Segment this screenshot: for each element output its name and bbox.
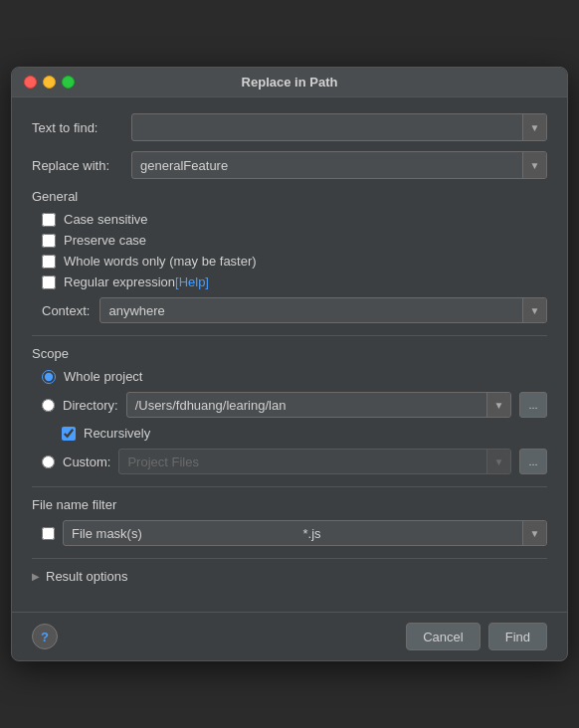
whole-project-label: Whole project [64, 369, 142, 384]
file-mask-dropdown-arrow[interactable]: ▼ [522, 520, 546, 546]
title-bar: Replace in Path [12, 68, 567, 97]
preserve-case-checkbox[interactable] [42, 234, 56, 248]
help-button[interactable]: ? [32, 624, 58, 649]
maximize-button[interactable] [62, 76, 75, 89]
directory-row: Directory: /Users/fdhuang/learing/lan ▼ … [32, 392, 547, 418]
divider-2 [32, 486, 547, 487]
directory-label: Directory: [63, 398, 118, 413]
find-button[interactable]: Find [488, 623, 547, 650]
replace-with-input-container: ▼ [131, 151, 547, 179]
regex-row: Regular expression[Help] [42, 274, 547, 289]
cancel-button[interactable]: Cancel [406, 623, 480, 650]
minimize-button[interactable] [43, 76, 56, 89]
file-mask-value: *.js [295, 522, 523, 545]
replace-with-input[interactable] [132, 152, 522, 178]
whole-project-radio[interactable] [42, 370, 56, 384]
preserve-case-row: Preserve case [42, 233, 547, 248]
file-mask-checkbox[interactable] [42, 527, 55, 540]
file-mask-row: File mask(s) *.js ▼ [32, 520, 547, 546]
whole-project-row: Whole project [32, 369, 547, 384]
directory-dropdown-arrow[interactable]: ▼ [486, 392, 510, 418]
directory-value: /Users/fdhuang/learing/lan [127, 394, 486, 417]
divider-1 [32, 335, 547, 336]
regex-help-link[interactable]: [Help] [175, 274, 209, 289]
directory-browse-button[interactable]: ... [519, 392, 547, 418]
result-options-arrow: ▶ [32, 571, 40, 582]
context-value: anywhere [100, 299, 522, 322]
regex-checkbox[interactable] [42, 275, 56, 289]
replace-with-dropdown-arrow[interactable]: ▼ [522, 152, 546, 178]
replace-with-label: Replace with: [32, 158, 131, 173]
replace-with-row: Replace with: ▼ [32, 151, 547, 179]
general-section-label: General [32, 189, 547, 204]
text-to-find-input-container: ▼ [131, 113, 547, 141]
context-dropdown-arrow[interactable]: ▼ [522, 297, 546, 323]
recursively-label: Recursively [84, 426, 150, 441]
recursively-checkbox[interactable] [62, 427, 76, 441]
scope-section: Scope Whole project Directory: /Users/fd… [32, 346, 547, 474]
divider-3 [32, 558, 547, 559]
recursively-row: Recursively [32, 426, 547, 441]
case-sensitive-checkbox[interactable] [42, 213, 56, 227]
directory-input-container: /Users/fdhuang/learing/lan ▼ [126, 392, 511, 418]
context-label: Context: [42, 303, 90, 318]
regex-label: Regular expression[Help] [64, 274, 209, 289]
text-to-find-row: Text to find: ▼ [32, 113, 547, 141]
bottom-bar: ? Cancel Find [12, 612, 567, 660]
custom-value: Project Files [119, 451, 486, 473]
case-sensitive-row: Case sensitive [42, 212, 547, 227]
dialog-title: Replace in Path [242, 75, 338, 90]
directory-radio[interactable] [42, 399, 55, 412]
custom-dropdown-arrow[interactable]: ▼ [486, 449, 510, 474]
custom-radio[interactable] [42, 455, 55, 468]
scope-section-label: Scope [32, 346, 547, 361]
case-sensitive-label: Case sensitive [64, 212, 148, 227]
custom-label: Custom: [63, 455, 110, 469]
text-to-find-label: Text to find: [32, 120, 131, 135]
whole-words-label: Whole words only (may be faster) [64, 254, 257, 269]
file-mask-input-container: File mask(s) *.js ▼ [63, 520, 547, 546]
custom-input-container: Project Files ▼ [118, 449, 511, 474]
general-section: Case sensitive Preserve case Whole words… [32, 212, 547, 323]
dialog-body: Text to find: ▼ Replace with: ▼ General … [12, 97, 567, 612]
file-mask-label-text: File mask(s) [64, 522, 291, 545]
close-button[interactable] [24, 76, 37, 89]
file-filter-section: File name filter File mask(s) *.js ▼ [32, 497, 547, 546]
replace-in-path-dialog: Replace in Path Text to find: ▼ Replace … [11, 67, 568, 661]
result-options-label: Result options [46, 569, 127, 584]
help-icon: ? [41, 630, 49, 644]
custom-row: Custom: Project Files ▼ ... [32, 449, 547, 474]
preserve-case-label: Preserve case [64, 233, 146, 248]
context-row: Context: anywhere ▼ [42, 297, 547, 323]
traffic-lights [24, 76, 75, 89]
text-to-find-dropdown-arrow[interactable]: ▼ [522, 114, 546, 140]
whole-words-checkbox[interactable] [42, 255, 56, 269]
whole-words-row: Whole words only (may be faster) [42, 254, 547, 269]
file-filter-label: File name filter [32, 497, 547, 512]
custom-browse-button[interactable]: ... [519, 449, 547, 474]
result-options-row[interactable]: ▶ Result options [32, 569, 547, 584]
context-dropdown[interactable]: anywhere ▼ [99, 297, 547, 323]
text-to-find-input[interactable] [132, 114, 522, 140]
